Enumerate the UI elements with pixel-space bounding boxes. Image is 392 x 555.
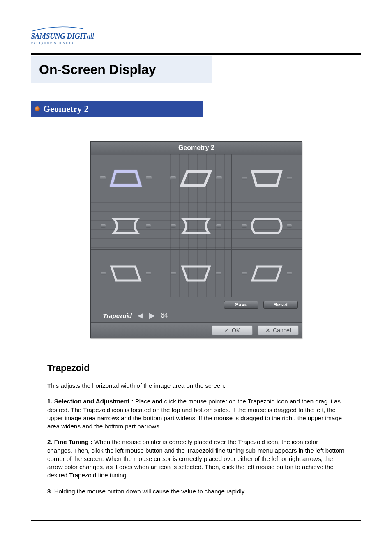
p2-lead: 2. Fine Tuning : xyxy=(47,438,92,445)
page-title: On-Screen Display xyxy=(39,62,204,77)
svg-marker-2 xyxy=(252,171,281,185)
osd-title: Geometry 2 xyxy=(91,142,302,154)
drag-handle-icon xyxy=(146,224,151,228)
logo-swoosh-icon xyxy=(31,26,84,32)
check-icon: ✓ xyxy=(224,327,229,334)
osd-controls: Save Reset Trapezoid 64 ✓ OK ✕ xyxy=(91,297,302,338)
content-intro: This adjusts the horizontal width of the… xyxy=(47,382,345,390)
adjust-value: 64 xyxy=(161,312,168,319)
svg-marker-5 xyxy=(252,267,281,281)
increase-arrow-icon[interactable] xyxy=(149,311,155,320)
logo-tagline: everyone's invited xyxy=(31,41,361,45)
reset-button[interactable]: Reset xyxy=(263,301,298,309)
bullet-icon xyxy=(35,106,40,111)
section-title: Geometry 2 xyxy=(43,104,89,114)
drag-handle-icon xyxy=(216,176,222,180)
close-icon: ✕ xyxy=(265,327,270,334)
p1-lead: 1. Selection and Adjustment : xyxy=(47,398,133,405)
icon-trapezoid-reverse[interactable] xyxy=(232,154,302,202)
parallelogram-icon xyxy=(178,168,214,189)
svg-marker-0 xyxy=(111,171,140,185)
pin-balance-right-icon xyxy=(249,216,284,236)
trap-bottom-right-icon xyxy=(249,263,284,284)
svg-marker-4 xyxy=(182,267,210,281)
drag-handle-icon xyxy=(242,224,247,228)
drag-handle-icon xyxy=(171,224,176,228)
pincushion-icon xyxy=(178,216,214,236)
drag-handle-icon xyxy=(146,176,152,180)
ok-button[interactable]: ✓ OK xyxy=(212,325,253,335)
divider-top xyxy=(31,53,361,55)
pin-balance-left-icon xyxy=(108,216,143,236)
trapezoid-reverse-icon xyxy=(249,168,284,189)
drag-handle-icon xyxy=(170,176,176,180)
brand-logo: SAMSUNG DIGITall everyone's invited xyxy=(31,25,361,45)
icon-trap-bottom[interactable] xyxy=(161,250,231,297)
svg-marker-1 xyxy=(182,171,210,185)
drag-handle-icon xyxy=(101,272,106,275)
drag-handle-icon xyxy=(287,272,292,275)
page-title-bar: On-Screen Display xyxy=(31,56,212,83)
drag-handle-icon xyxy=(146,272,151,275)
logo-text-tail: all xyxy=(87,32,94,40)
ok-label: OK xyxy=(232,327,240,334)
geometry-icon-grid xyxy=(91,154,302,297)
trapezoid-icon xyxy=(108,168,143,189)
drag-handle-icon xyxy=(216,272,221,275)
drag-handle-icon xyxy=(242,272,247,275)
section-header: Geometry 2 xyxy=(31,101,203,117)
icon-trap-bottom-right[interactable] xyxy=(232,250,302,297)
article-body: Trapezoid This adjusts the horizontal wi… xyxy=(31,363,361,495)
content-heading: Trapezoid xyxy=(47,363,345,373)
icon-pincushion[interactable] xyxy=(161,202,231,250)
cancel-button[interactable]: ✕ Cancel xyxy=(258,325,299,335)
icon-parallelogram[interactable] xyxy=(161,154,231,202)
content-p2: 2. Fine Tuning : When the mouse pointer … xyxy=(47,438,345,479)
adjust-label: Trapezoid xyxy=(95,312,132,319)
decrease-arrow-icon[interactable] xyxy=(138,311,143,320)
divider-bottom xyxy=(31,520,361,521)
drag-handle-icon xyxy=(242,177,247,180)
icon-trapezoid[interactable] xyxy=(91,154,161,202)
drag-handle-icon xyxy=(101,224,106,228)
logo-text-main: SAMSUNG DIGIT xyxy=(31,32,87,40)
osd-panel: Geometry 2 xyxy=(90,141,302,338)
icon-pin-balance-left[interactable] xyxy=(91,202,161,250)
drag-handle-icon xyxy=(287,224,292,228)
trap-bottom-left-icon xyxy=(108,263,143,284)
p3-body: . Holding the mouse button down will cau… xyxy=(51,488,246,495)
drag-handle-icon xyxy=(100,176,106,180)
icon-trap-bottom-left[interactable] xyxy=(91,250,161,297)
drag-handle-icon xyxy=(287,177,292,180)
drag-handle-icon xyxy=(171,272,176,275)
content-p3: 3. Holding the mouse button down will ca… xyxy=(47,487,345,495)
content-p1: 1. Selection and Adjustment : Place and … xyxy=(47,397,345,431)
drag-handle-icon xyxy=(216,224,221,228)
icon-pin-balance-right[interactable] xyxy=(232,202,302,250)
cancel-label: Cancel xyxy=(273,327,291,334)
trap-bottom-icon xyxy=(178,263,214,284)
save-button[interactable]: Save xyxy=(224,301,258,309)
svg-marker-3 xyxy=(111,267,140,281)
